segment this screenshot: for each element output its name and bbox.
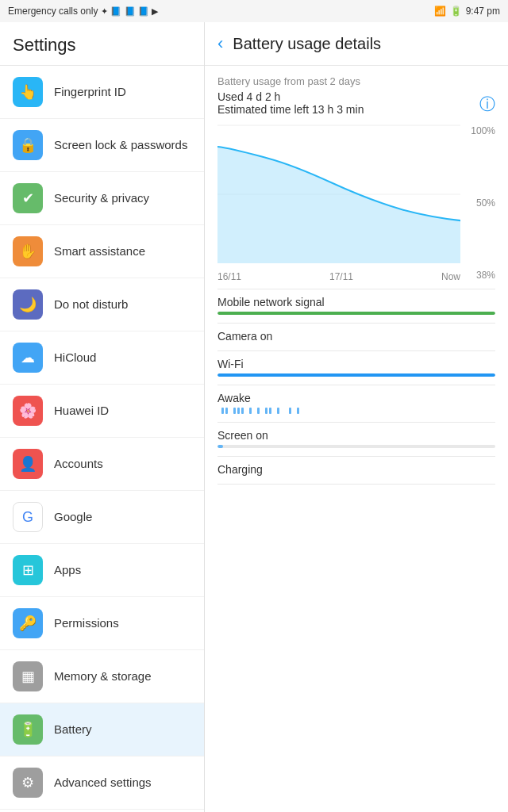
sidebar-label-advanced-settings: Advanced settings xyxy=(54,775,152,791)
sidebar-item-google[interactable]: GGoogle xyxy=(0,491,204,544)
usage-label-wifi: Wi-Fi xyxy=(217,358,495,370)
sidebar-item-huawei-id[interactable]: 🌸Huawei ID xyxy=(0,385,204,438)
sidebar-item-apps[interactable]: ⊞Apps xyxy=(0,544,204,597)
battery-used-text: Used 4 d 2 h xyxy=(217,90,495,103)
usage-divider-wifi xyxy=(217,385,495,385)
chart-label-50: 50% xyxy=(464,197,495,209)
battery-summary-label: Battery usage from past 2 days xyxy=(217,75,495,87)
usage-bar-track-screen-on xyxy=(217,445,495,448)
sidebar-icon-advanced-settings: ⚙ xyxy=(13,768,43,798)
sidebar-label-google: Google xyxy=(54,509,92,525)
sidebar-icon-memory-storage: ▦ xyxy=(13,661,43,691)
sidebar-icon-screen-lock: 🔒 xyxy=(13,130,43,160)
usage-label-mobile-network: Mobile network signal xyxy=(217,296,495,308)
sidebar-label-permissions: Permissions xyxy=(54,615,119,631)
usage-item-awake: Awake xyxy=(217,392,495,414)
chart-date-mid: 17/11 xyxy=(329,271,353,282)
usage-item-wifi: Wi-Fi xyxy=(217,358,495,377)
usage-item-camera-on: Camera on xyxy=(217,330,495,343)
sidebar-label-accounts: Accounts xyxy=(54,456,103,472)
sidebar-icon-smart-assistance: ✋ xyxy=(13,236,43,266)
sidebar-label-battery: Battery xyxy=(54,722,92,737)
signal-icons: ✦ 📘 📘 📘 ▶ xyxy=(101,6,157,17)
panel-body: Battery usage from past 2 days Used 4 d … xyxy=(205,66,508,812)
main-content: Settings 👆Fingerprint ID🔒Screen lock & p… xyxy=(0,22,508,812)
sidebar-icon-hicloud: ☁ xyxy=(13,343,43,373)
chart-svg-wrapper xyxy=(217,124,460,263)
awake-dots xyxy=(217,408,495,414)
sidebar-item-smart-assistance[interactable]: ✋Smart assistance xyxy=(0,225,204,278)
sidebar-item-hicloud[interactable]: ☁HiCloud xyxy=(0,331,204,385)
usage-divider-charging xyxy=(217,484,495,485)
sidebar-icon-apps: ⊞ xyxy=(13,555,43,585)
chart-date-labels: 16/11 17/11 Now xyxy=(217,271,460,282)
sidebar-icon-fingerprint-id: 👆 xyxy=(13,77,43,107)
sidebar-item-permissions[interactable]: 🔑Permissions xyxy=(0,597,204,650)
sidebar-icon-google: G xyxy=(13,502,43,532)
sidebar-title: Settings xyxy=(0,22,204,66)
usage-bar-fill-screen-on xyxy=(217,445,223,448)
panel-title: Battery usage details xyxy=(233,35,381,53)
battery-summary: Battery usage from past 2 days Used 4 d … xyxy=(217,75,495,116)
info-icon[interactable]: ⓘ xyxy=(479,94,495,115)
status-right: 📶 🔋 9:47 pm xyxy=(434,6,500,17)
sidebar-icon-huawei-id: 🌸 xyxy=(13,396,43,426)
sidebar-icon-battery: 🔋 xyxy=(13,714,43,745)
sidebar-label-memory-storage: Memory & storage xyxy=(54,668,152,684)
back-button[interactable]: ‹ xyxy=(217,33,223,54)
usage-section: Mobile network signalCamera onWi-FiAwake… xyxy=(217,296,495,485)
sidebar-icon-accounts: 👤 xyxy=(13,449,43,479)
chart-label-38: 38% xyxy=(464,270,495,281)
usage-label-screen-on: Screen on xyxy=(217,429,495,442)
sidebar: Settings 👆Fingerprint ID🔒Screen lock & p… xyxy=(0,22,205,812)
sidebar-label-screen-lock: Screen lock & passwords xyxy=(54,137,187,153)
panel-header: ‹ Battery usage details xyxy=(205,22,508,66)
status-bar: Emergency calls only ✦ 📘 📘 📘 ▶ 📶 🔋 9:47 … xyxy=(0,0,508,22)
usage-bar-fill-mobile-network xyxy=(217,312,495,315)
chart-date-start: 16/11 xyxy=(217,271,241,282)
sidebar-label-apps: Apps xyxy=(54,562,81,578)
battery-estimate-text: Estimated time left 13 h 3 min xyxy=(217,103,495,116)
sidebar-label-smart-assistance: Smart assistance xyxy=(54,243,145,259)
sidebar-icon-permissions: 🔑 xyxy=(13,608,43,638)
sidebar-label-huawei-id: Huawei ID xyxy=(54,403,109,419)
wifi-icon: 📶 xyxy=(434,6,446,17)
sidebar-label-do-not-disturb: Do not disturb xyxy=(54,297,128,312)
sidebar-item-accounts[interactable]: 👤Accounts xyxy=(0,438,204,491)
battery-icon: 🔋 xyxy=(450,6,462,17)
sidebar-item-security-privacy[interactable]: ✔Security & privacy xyxy=(0,172,204,225)
sidebar-label-fingerprint-id: Fingerprint ID xyxy=(54,84,126,100)
sidebar-item-do-not-disturb[interactable]: 🌙Do not disturb xyxy=(0,278,204,331)
status-left: Emergency calls only ✦ 📘 📘 📘 ▶ xyxy=(8,6,158,17)
chart-date-end: Now xyxy=(441,271,460,282)
usage-label-camera-on: Camera on xyxy=(217,330,495,343)
usage-divider-screen-on xyxy=(217,456,495,457)
sidebar-item-advanced-settings[interactable]: ⚙Advanced settings xyxy=(0,756,204,810)
usage-divider-awake xyxy=(217,422,495,423)
time-display: 9:47 pm xyxy=(466,6,500,17)
usage-divider-camera-on xyxy=(217,350,495,351)
usage-bar-track-mobile-network xyxy=(217,312,495,315)
chart-percent-labels: 100% 50% 38% xyxy=(464,124,495,282)
usage-divider-mobile-network xyxy=(217,323,495,324)
chart-divider xyxy=(217,289,495,289)
battery-chart: 100% 50% 38% 16/11 17/11 Now xyxy=(217,124,495,282)
usage-label-awake: Awake xyxy=(217,392,495,404)
usage-item-charging: Charging xyxy=(217,463,495,476)
usage-label-charging: Charging xyxy=(217,463,495,476)
usage-item-mobile-network: Mobile network signal xyxy=(217,296,495,315)
sidebar-item-fingerprint-id[interactable]: 👆Fingerprint ID xyxy=(0,66,204,119)
usage-bar-fill-wifi xyxy=(217,373,495,377)
sidebar-label-security-privacy: Security & privacy xyxy=(54,190,149,206)
sidebar-label-hicloud: HiCloud xyxy=(54,350,96,366)
usage-item-screen-on: Screen on xyxy=(217,429,495,448)
usage-bar-track-wifi xyxy=(217,373,495,377)
sidebar-icon-security-privacy: ✔ xyxy=(13,183,43,213)
sidebar-item-battery[interactable]: 🔋Battery xyxy=(0,703,204,756)
sidebar-icon-do-not-disturb: 🌙 xyxy=(13,289,43,320)
emergency-text: Emergency calls only xyxy=(8,6,98,17)
sidebar-item-memory-storage[interactable]: ▦Memory & storage xyxy=(0,650,204,703)
chart-label-100: 100% xyxy=(464,125,495,136)
right-panel: ‹ Battery usage details Battery usage fr… xyxy=(205,22,508,812)
sidebar-item-screen-lock[interactable]: 🔒Screen lock & passwords xyxy=(0,119,204,172)
